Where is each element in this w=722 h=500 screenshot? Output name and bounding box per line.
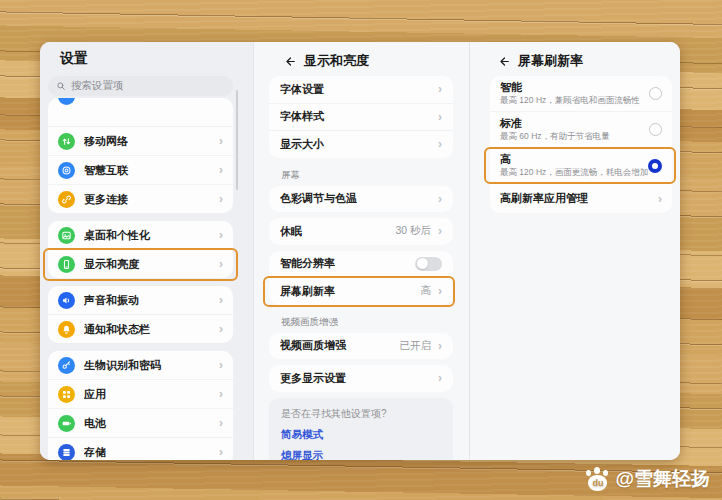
sidebar-item-biometrics-password[interactable]: 生物识别和密码› xyxy=(48,351,233,379)
refresh-option-标准[interactable]: 标准最高 60 Hz，有助于节省电量 xyxy=(490,111,672,147)
setting-row-智能分辨率[interactable]: 智能分辨率 xyxy=(269,251,453,278)
chevron-right-icon: › xyxy=(219,446,223,458)
settings-group: 声音和振动›通知和状态栏› xyxy=(48,286,233,343)
setting-label: 智能分辨率 xyxy=(280,256,415,271)
search-placeholder: 搜索设置项 xyxy=(71,79,124,93)
refresh-option-高[interactable]: 高最高 120 Hz，画面更流畅，耗电会增加 xyxy=(490,147,672,183)
sidebar-item-label: 移动网络 xyxy=(84,134,215,149)
setting-label: 色彩调节与色温 xyxy=(280,191,434,206)
chevron-right-icon: › xyxy=(438,340,442,352)
setting-row-显示大小[interactable]: 显示大小› xyxy=(269,130,453,158)
row-controls: › xyxy=(434,83,442,95)
option-subtitle: 最高 120 Hz，兼顾省电和画面流畅性 xyxy=(500,95,643,106)
sidebar-item-label: 声音和振动 xyxy=(84,293,215,308)
settings-group: 桌面和个性化›显示和亮度› xyxy=(48,221,233,278)
chevron-right-icon: › xyxy=(219,294,223,306)
display-brightness-panel: 显示和亮度 字体设置›字体样式›显示大小›屏幕色彩调节与色温›休眠30 秒后›智… xyxy=(253,42,470,460)
chevron-right-icon: › xyxy=(219,323,223,335)
suggestion-link[interactable]: 熄屏显示 xyxy=(281,449,441,461)
sidebar-item-storage[interactable]: 存储› xyxy=(48,437,233,460)
sidebar-item-label: 智慧互联 xyxy=(84,163,215,178)
option-title: 智能 xyxy=(500,81,643,95)
baidu-paw-icon: du xyxy=(585,466,610,492)
page-title: 设置 xyxy=(60,50,88,68)
sidebar-item-smart-connect[interactable]: 智慧互联› xyxy=(48,155,233,184)
sidebar-item-desktop-personalization[interactable]: 桌面和个性化› xyxy=(48,221,233,249)
sidebar-item-battery[interactable]: 电池› xyxy=(48,408,233,437)
clipped-item-icon xyxy=(58,98,75,105)
chevron-right-icon: › xyxy=(438,83,442,95)
section-label: 屏幕 xyxy=(269,164,453,186)
sidebar-item-apps[interactable]: 应用› xyxy=(48,379,233,408)
stack-icon xyxy=(58,444,75,461)
chevron-right-icon: › xyxy=(219,359,223,371)
display-panel-header: 显示和亮度 xyxy=(254,50,469,72)
watermark-handle: @雪舞轻扬 xyxy=(615,466,710,492)
refresh-panel-header: 屏幕刷新率 xyxy=(470,50,680,72)
partially-scrolled-item[interactable] xyxy=(48,98,233,126)
setting-row-视频画质增强[interactable]: 视频画质增强已开启› xyxy=(269,333,453,360)
display-panel-title: 显示和亮度 xyxy=(304,52,369,70)
speaker-icon xyxy=(58,292,75,309)
setting-value: 高 xyxy=(421,284,432,298)
setting-row-字体样式[interactable]: 字体样式› xyxy=(269,103,453,131)
setting-row-更多显示设置[interactable]: 更多显示设置› xyxy=(269,365,453,392)
setting-label: 休眠 xyxy=(280,224,395,239)
option-subtitle: 最高 120 Hz，画面更流畅，耗电会增加 xyxy=(500,167,642,178)
scrollbar[interactable] xyxy=(236,90,238,190)
sidebar-item-label: 更多连接 xyxy=(84,192,215,207)
chevron-right-icon: › xyxy=(438,138,442,150)
sidebar-item-mobile-network[interactable]: 移动网络› xyxy=(48,126,233,155)
radio-unselected[interactable] xyxy=(649,87,662,100)
setting-row-字体设置[interactable]: 字体设置› xyxy=(269,76,453,103)
setting-row-色彩调节与色温[interactable]: 色彩调节与色温› xyxy=(269,186,453,213)
sidebar-item-more-connections[interactable]: 更多连接› xyxy=(48,184,233,213)
display-settings-group: 智能分辨率屏幕刷新率高› xyxy=(269,251,453,305)
chevron-right-icon: › xyxy=(219,164,223,176)
section-label: 视频画质增强 xyxy=(269,311,453,333)
tablet-settings-screenshot: 设置 搜索设置项 移动网络›智慧互联›更多连接›桌面和个性化›显示和亮度›声音和… xyxy=(40,42,680,460)
radio-selected[interactable] xyxy=(648,159,662,173)
watermark: du @雪舞轻扬 xyxy=(585,466,710,492)
option-title: 高 xyxy=(500,153,642,167)
back-arrow-icon[interactable] xyxy=(498,55,511,68)
chevron-right-icon: › xyxy=(219,417,223,429)
suggestion-question: 是否在寻找其他设置项? xyxy=(281,407,441,421)
sidebar-item-label: 电池 xyxy=(84,416,215,431)
sidebar-item-sound-vibration[interactable]: 声音和振动› xyxy=(48,286,233,314)
chevron-right-icon: › xyxy=(219,193,223,205)
setting-label: 字体设置 xyxy=(280,82,434,97)
search-icon xyxy=(56,81,66,91)
suggestion-link[interactable]: 简易模式 xyxy=(281,428,441,442)
battery-icon xyxy=(58,415,75,432)
chevron-right-icon: › xyxy=(438,193,442,205)
mobile-network-icon xyxy=(58,133,75,150)
manage-refresh-apps-row[interactable]: 高刷新率应用管理› xyxy=(490,183,672,213)
setting-value: 30 秒后 xyxy=(395,224,431,238)
refresh-option-智能[interactable]: 智能最高 120 Hz，兼顾省电和画面流畅性 xyxy=(490,76,672,111)
setting-row-休眠[interactable]: 休眠30 秒后› xyxy=(269,218,453,245)
row-controls xyxy=(415,257,442,271)
refresh-rate-panel: 屏幕刷新率 智能最高 120 Hz，兼顾省电和画面流畅性标准最高 60 Hz，有… xyxy=(470,42,680,460)
sidebar-item-label: 存储 xyxy=(84,445,215,460)
settings-panel: 设置 搜索设置项 移动网络›智慧互联›更多连接›桌面和个性化›显示和亮度›声音和… xyxy=(40,42,253,460)
sidebar-item-display-brightness[interactable]: 显示和亮度› xyxy=(48,249,233,278)
refresh-rate-card: 智能最高 120 Hz，兼顾省电和画面流畅性标准最高 60 Hz，有助于节省电量… xyxy=(490,76,672,213)
bell-icon xyxy=(58,321,75,338)
manage-label: 高刷新率应用管理 xyxy=(500,191,654,206)
chevron-right-icon: › xyxy=(219,135,223,147)
toggle-off[interactable] xyxy=(415,257,442,271)
setting-row-屏幕刷新率[interactable]: 屏幕刷新率高› xyxy=(269,277,453,305)
settings-group: 生物识别和密码›应用›电池›存储› xyxy=(48,351,233,460)
back-arrow-icon[interactable] xyxy=(284,55,297,68)
display-settings-group: 字体设置›字体样式›显示大小› xyxy=(269,76,453,158)
sidebar-item-notifications-statusbar[interactable]: 通知和状态栏› xyxy=(48,314,233,343)
sidebar-item-label: 应用 xyxy=(84,387,215,402)
radio-unselected[interactable] xyxy=(649,123,662,136)
refresh-rate-options: 智能最高 120 Hz，兼顾省电和画面流畅性标准最高 60 Hz，有助于节省电量… xyxy=(490,76,672,221)
search-input[interactable]: 搜索设置项 xyxy=(48,76,233,96)
sidebar-item-label: 生物识别和密码 xyxy=(84,358,215,373)
setting-label: 屏幕刷新率 xyxy=(280,284,421,299)
option-texts: 高最高 120 Hz，画面更流畅，耗电会增加 xyxy=(500,153,642,178)
option-texts: 智能最高 120 Hz，兼顾省电和画面流畅性 xyxy=(500,81,643,106)
